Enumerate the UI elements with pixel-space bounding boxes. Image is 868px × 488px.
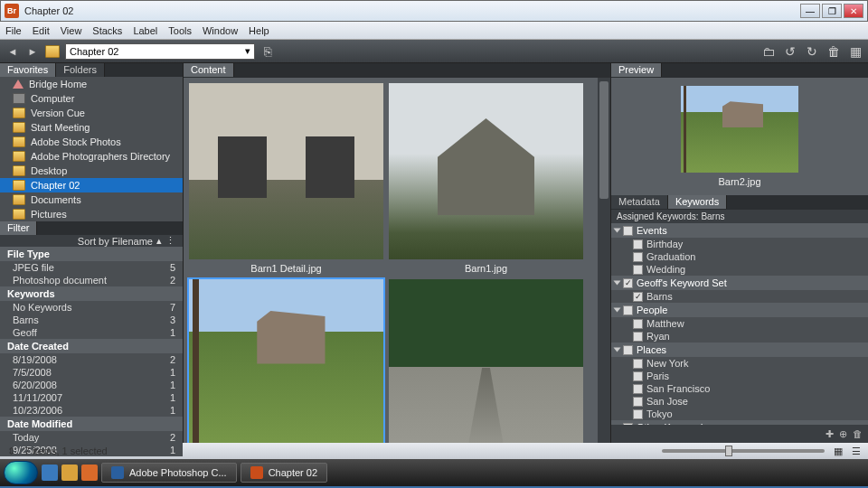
delete-keyword-icon[interactable]: 🗑	[853, 428, 863, 439]
expand-icon[interactable]: ⇕	[7, 446, 15, 457]
filter-row[interactable]: Photoshop document2	[0, 274, 183, 286]
disclosure-triangle-icon[interactable]	[614, 348, 621, 352]
filter-row[interactable]: JPEG file5	[0, 261, 183, 274]
thumbnail[interactable]: Barn1 Detail.jpg	[189, 83, 383, 274]
favorites-item[interactable]: Desktop	[0, 164, 183, 178]
keyword-item[interactable]: San Francisco	[611, 382, 868, 395]
keyword-item[interactable]: San Jose	[611, 395, 868, 408]
disclosure-triangle-icon[interactable]	[614, 229, 621, 233]
slider-thumb[interactable]	[725, 446, 732, 456]
keyword-checkbox[interactable]	[633, 409, 643, 419]
tab-metadata[interactable]: Metadata	[611, 195, 668, 209]
taskbar-bridge[interactable]: Chapter 02	[241, 463, 327, 483]
disclosure-triangle-icon[interactable]	[614, 308, 621, 313]
menu-window[interactable]: Window	[203, 25, 238, 36]
tab-content[interactable]: Content	[184, 63, 234, 77]
path-dropdown[interactable]: Chapter 02 ▾	[65, 43, 255, 60]
new-folder-icon[interactable]: 🗀	[761, 44, 776, 59]
view-grid-icon[interactable]: ▦	[834, 446, 843, 457]
keyword-item[interactable]: Ryan	[611, 330, 868, 343]
keyword-item[interactable]: Birthday	[611, 238, 868, 250]
keyword-group[interactable]: People	[611, 303, 868, 317]
keyword-item[interactable]: Graduation	[611, 250, 868, 263]
keyword-item[interactable]: ✓Barns	[611, 290, 868, 303]
favorites-item[interactable]: Pictures	[0, 207, 183, 221]
thumbnail[interactable]: Road.jpg	[389, 279, 583, 443]
close-button[interactable]: ✕	[844, 4, 863, 18]
menu-tools[interactable]: Tools	[168, 25, 192, 36]
tab-preview[interactable]: Preview	[611, 63, 662, 77]
filter-section-header[interactable]: Date Created	[0, 339, 183, 353]
view-list-icon[interactable]: ☰	[852, 446, 861, 457]
filter-section-header[interactable]: Keywords	[0, 286, 183, 301]
nav-forward-button[interactable]: ►	[25, 44, 40, 59]
keyword-item[interactable]: Tokyo	[611, 408, 868, 420]
rotate-ccw-icon[interactable]: ↺	[783, 44, 797, 59]
maximize-button[interactable]: ❐	[822, 4, 842, 18]
trash-icon[interactable]: 🗑	[826, 44, 841, 59]
favorites-item[interactable]: Computer	[0, 91, 183, 106]
nav-back-button[interactable]: ◄	[5, 44, 20, 59]
filter-row[interactable]: No Keywords7	[0, 301, 183, 314]
thumbnail[interactable]: Barn1.jpg	[389, 83, 583, 274]
content-scrollbar[interactable]	[598, 78, 610, 443]
keyword-checkbox[interactable]	[623, 305, 633, 315]
preview-image[interactable]	[681, 86, 798, 173]
keyword-checkbox[interactable]	[633, 384, 643, 394]
thumbnail[interactable]: Barn2.jpg	[189, 279, 383, 443]
taskbar-photoshop[interactable]: Adobe Photoshop C...	[101, 463, 237, 483]
keyword-checkbox[interactable]	[633, 397, 643, 407]
keyword-checkbox[interactable]	[633, 265, 643, 275]
keyword-checkbox[interactable]: ✓	[633, 292, 643, 302]
filter-row[interactable]: 6/20/20081	[0, 379, 183, 391]
keyword-checkbox[interactable]	[623, 226, 633, 236]
thumbnail-grid[interactable]: Barn1 Detail.jpgBarn1.jpgBarn2.jpgRoad.j…	[184, 78, 610, 443]
menu-file[interactable]: File	[5, 25, 22, 36]
rotate-cw-icon[interactable]: ↻	[805, 44, 819, 59]
keyword-group[interactable]: Places	[611, 343, 868, 357]
keyword-checkbox[interactable]	[633, 371, 643, 381]
keyword-checkbox[interactable]	[633, 239, 643, 249]
filter-section-header[interactable]: File Type	[0, 247, 183, 261]
thumbnail-size-slider[interactable]	[662, 449, 825, 453]
keyword-group[interactable]: Events	[611, 223, 868, 238]
keyword-item[interactable]: Paris	[611, 370, 868, 382]
keyword-checkbox[interactable]: ✓	[623, 278, 633, 288]
favorites-item[interactable]: Chapter 02	[0, 178, 183, 192]
favorites-item[interactable]: Start Meeting	[0, 120, 183, 135]
reveal-button[interactable]: ⎘	[260, 44, 275, 59]
keyword-checkbox[interactable]	[633, 252, 643, 262]
favorites-item[interactable]: Documents	[0, 192, 183, 207]
menu-edit[interactable]: Edit	[33, 25, 50, 36]
menu-view[interactable]: View	[61, 25, 82, 36]
tab-folders[interactable]: Folders	[56, 63, 105, 77]
start-button[interactable]	[4, 461, 38, 484]
tab-keywords[interactable]: Keywords	[668, 195, 727, 209]
keyword-checkbox[interactable]	[633, 332, 643, 342]
new-keyword-icon[interactable]: ✚	[826, 428, 834, 440]
filter-row[interactable]: 10/23/20061	[0, 404, 183, 417]
filter-row[interactable]: 11/11/20071	[0, 391, 183, 404]
filter-row[interactable]: 8/19/20082	[0, 353, 183, 366]
menu-label[interactable]: Label	[133, 25, 157, 36]
filter-row[interactable]: Geoff1	[0, 326, 183, 339]
keyword-checkbox[interactable]	[623, 345, 633, 355]
favorites-item[interactable]: Version Cue	[0, 106, 183, 120]
disclosure-triangle-icon[interactable]	[614, 281, 621, 286]
sort-bar[interactable]: Sort by Filename ▴ ⋮	[0, 235, 183, 247]
keyword-checkbox[interactable]	[633, 359, 643, 369]
favorites-item[interactable]: Bridge Home	[0, 77, 183, 91]
quicklaunch-firefox-icon[interactable]	[81, 465, 98, 481]
keyword-group[interactable]: ✓Geoff's Keyword Set	[611, 276, 868, 290]
keyword-item[interactable]: Matthew	[611, 317, 868, 330]
tab-favorites[interactable]: Favorites	[0, 63, 56, 77]
keyword-item[interactable]: Wedding	[611, 263, 868, 276]
scrollbar-thumb[interactable]	[599, 81, 609, 199]
keyword-checkbox[interactable]	[633, 319, 643, 329]
compact-mode-icon[interactable]: ▦	[848, 44, 863, 59]
filter-row[interactable]: Today2	[0, 431, 183, 444]
filter-row[interactable]: Barns3	[0, 314, 183, 326]
quicklaunch-explorer-icon[interactable]	[61, 465, 78, 481]
menu-help[interactable]: Help	[249, 25, 269, 36]
filter-row[interactable]: 7/5/20081	[0, 366, 183, 379]
